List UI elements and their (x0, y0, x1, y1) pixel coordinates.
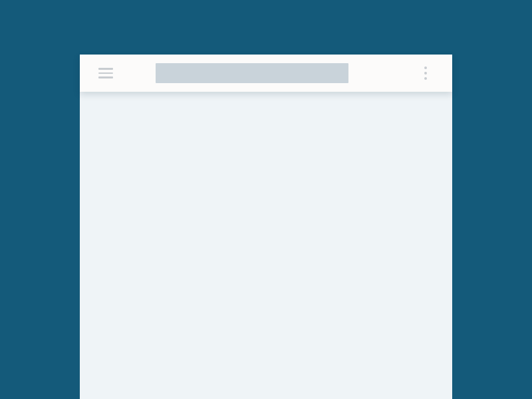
hamburger-icon (98, 76, 113, 78)
more-vertical-icon (424, 66, 427, 69)
main-content (80, 92, 452, 399)
hamburger-icon (98, 72, 113, 74)
app-window (80, 55, 452, 399)
toolbar (80, 55, 452, 92)
more-options-button[interactable] (418, 65, 434, 81)
more-vertical-icon (424, 72, 427, 74)
search-input[interactable] (156, 63, 348, 83)
hamburger-icon (98, 68, 113, 70)
more-vertical-icon (424, 77, 427, 80)
hamburger-menu-button[interactable] (98, 65, 114, 81)
